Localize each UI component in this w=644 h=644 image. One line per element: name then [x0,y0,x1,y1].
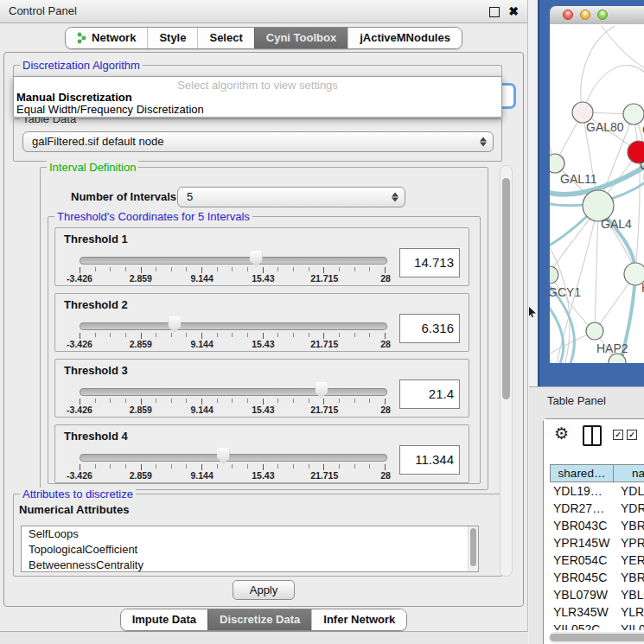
attribute-list-item[interactable]: TopologicalCoefficient [22,542,478,558]
table-scrollbar-thumb[interactable] [550,634,644,641]
bottom-tab-impute-data[interactable]: Impute Data [121,609,207,630]
slider-track[interactable] [80,388,387,396]
table-row[interactable]: YIL052CYIL0 [550,621,644,630]
slider-thumb[interactable] [250,251,263,267]
columns-icon[interactable] [583,425,602,446]
tick-mark [232,267,233,271]
numerical-attributes-label: Numerical Attributes [19,503,129,516]
column-header-shared-name[interactable]: shared… [550,464,614,482]
tick-mark [385,333,386,339]
dropdown-option-equal-width[interactable]: Equal Width/Frequency Discretization [16,103,204,116]
network-node-gal11[interactable] [550,154,564,173]
panel-scrollbar-thumb[interactable] [502,178,510,399]
network-node-label: HAP2 [596,341,628,355]
table-data-combo[interactable]: galFiltered.sif default node [22,131,494,152]
tick-mark [125,399,126,403]
tick-mark [156,399,156,403]
table-row[interactable]: YBR045CYBR0 [550,569,644,586]
table-row[interactable]: YER054CYER0 [550,552,644,569]
cell-name: YDL1 [614,482,644,500]
tick-mark [323,333,324,339]
threshold-value-field[interactable]: 14.713 [399,248,460,277]
tick-mark [171,267,172,271]
slider-thumb[interactable] [315,382,328,399]
zoom-traffic-light-icon[interactable] [597,10,608,20]
tick-mark [293,399,294,403]
tick-mark [232,399,233,403]
tick-label: 15.43 [252,339,274,349]
slider-track[interactable] [80,257,387,265]
tick-mark [263,464,264,470]
threshold-value-field[interactable]: 11.344 [399,445,460,475]
attribute-list-item[interactable]: SelfLoops [22,526,478,542]
network-node-label: GCY1 [550,285,581,299]
control-panel-title: Control Panel [9,0,77,22]
gear-icon[interactable]: ⚙ [554,424,569,443]
network-node[interactable] [623,104,644,124]
table-row[interactable]: YDR27…YDR2 [550,500,644,517]
tab-style[interactable]: Style [147,28,197,48]
tab-select[interactable]: Select [197,28,253,48]
table-row[interactable]: YLR345WYLR3 [550,603,644,621]
checkbox-icon[interactable]: ✓ [613,430,623,440]
tab-cyni-toolbox[interactable]: Cyni Toolbox [254,28,348,48]
tick-mark [201,267,202,273]
close-icon[interactable]: ✖ [508,3,519,19]
tick-label: 15.43 [252,405,274,415]
tick-mark [339,399,340,403]
tick-mark [125,464,126,469]
tick-mark [186,267,187,271]
slider-thumb[interactable] [217,448,230,464]
tick-label: -3.426 [67,470,92,481]
close-traffic-light-icon[interactable] [563,10,573,20]
tick-mark [186,333,187,337]
table-row[interactable]: YPR145WYPR1 [550,534,644,552]
dropdown-option-manual[interactable]: Manual Discretization [16,91,132,104]
slider-tick-labels: -3.4262.8599.14415.4321.71528 [80,470,386,481]
network-canvas[interactable]: GAL80GCGAL11GAL4GCY1HHAP2 [550,24,644,363]
network-window-titlebar[interactable] [550,6,644,25]
number-of-intervals-combo[interactable]: 5 [177,187,405,207]
table-row[interactable]: YDL19…YDL1 [550,482,644,500]
bottom-tab-infer-network[interactable]: Infer Network [311,609,406,630]
float-window-icon[interactable] [489,7,500,17]
thresholds-group: Threshold's Coordinates for 5 Intervals … [48,216,481,484]
tick-mark [232,464,233,469]
table-horizontal-scrollbar[interactable] [549,632,644,643]
tick-mark [323,267,324,273]
slider-thumb[interactable] [168,316,181,333]
tick-label: 2.859 [130,339,152,349]
tab-network[interactable]: Network [66,28,147,48]
checkbox-icon[interactable]: ✓ [627,430,637,440]
slider-track[interactable] [80,454,387,462]
panel-scrollbar[interactable] [500,165,513,577]
minimize-traffic-light-icon[interactable] [580,10,590,20]
tick-mark [232,333,233,337]
threshold-value-field[interactable]: 6.316 [399,314,460,343]
list-scrollbar[interactable] [468,526,478,571]
tick-mark [171,464,172,469]
tab-jactivemnodules[interactable]: jActiveMNodules [348,28,462,48]
table-row[interactable]: YBL079WYBL0 [550,586,644,603]
threshold-value-field[interactable]: 21.4 [399,379,460,409]
bottom-tab-discretize-data[interactable]: Discretize Data [207,609,311,630]
numerical-attributes-list[interactable]: SelfLoopsTopologicalCoefficientBetweenne… [21,526,479,572]
column-header-name[interactable]: na [614,464,644,482]
tick-mark [201,333,202,339]
cell-name: YBR0 [614,517,644,534]
network-node-hap2[interactable] [586,322,603,340]
list-scrollbar-thumb[interactable] [470,528,476,566]
threshold-label: Threshold 3 [64,364,128,377]
cell-name: YBR0 [614,569,644,586]
apply-button[interactable]: Apply [233,580,295,600]
stepper-icon [480,137,487,147]
cell-shared-name: YPR145W [550,534,614,552]
tick-label: 2.859 [130,470,152,481]
slider-track[interactable] [80,322,387,330]
interval-definition-group: Interval Definition Number of Intervals … [40,167,488,490]
network-node-gcy1[interactable] [550,266,558,284]
attribute-list-item[interactable]: BetweennessCentrality [22,558,478,572]
table-row[interactable]: YBR043CYBR0 [550,517,644,534]
tick-mark [277,464,278,469]
tick-mark [339,267,340,271]
